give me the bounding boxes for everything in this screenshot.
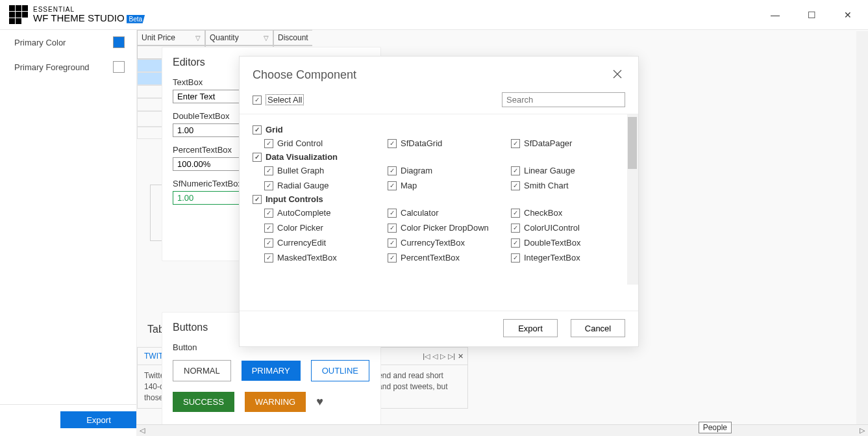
primary-color-swatch[interactable] — [113, 36, 125, 48]
primary-color-label: Primary Color — [14, 38, 66, 47]
component-item[interactable]: Radial Gauge — [264, 181, 388, 190]
select-all-label[interactable]: Select All — [266, 94, 304, 105]
component-item[interactable]: Color Picker DropDown — [388, 223, 511, 233]
component-item[interactable]: Color Picker — [264, 223, 388, 233]
primary-fg-label: Primary Foreground — [14, 62, 90, 72]
outline-button[interactable]: OUTLINE — [311, 360, 369, 381]
item-checkbox[interactable] — [511, 209, 520, 218]
modal-close-button[interactable] — [612, 69, 625, 82]
component-item[interactable]: SfDataGrid — [388, 138, 511, 148]
close-button[interactable]: ✕ — [837, 5, 859, 25]
category-checkbox[interactable] — [253, 153, 262, 162]
item-checkbox[interactable] — [264, 224, 273, 233]
heart-icon[interactable]: ♥ — [316, 395, 323, 409]
primary-button[interactable]: PRIMARY — [242, 361, 301, 381]
item-checkbox[interactable] — [511, 166, 520, 175]
component-item[interactable]: Grid Control — [264, 138, 388, 148]
tab-nav-icon[interactable]: ✕ — [458, 352, 464, 361]
component-item[interactable]: CurrencyEdit — [264, 238, 388, 248]
scroll-left-icon[interactable]: ◁ — [136, 426, 148, 435]
filter-icon[interactable]: ▽ — [264, 34, 269, 42]
normal-button[interactable]: NORMAL — [173, 360, 231, 381]
component-item[interactable]: Diagram — [388, 166, 511, 175]
primary-foreground-row[interactable]: Primary Foreground — [0, 55, 136, 79]
item-checkbox[interactable] — [264, 209, 273, 218]
tab-nav-icon[interactable]: |◁ — [423, 352, 430, 361]
warning-button[interactable]: WARNING — [245, 392, 306, 412]
horizontal-scrollbar[interactable]: ◁ ▷ — [136, 424, 868, 436]
minimize-button[interactable]: — — [764, 5, 786, 25]
component-item[interactable]: ColorUIControl — [511, 223, 634, 233]
people-tab[interactable]: People — [699, 422, 732, 433]
component-item[interactable]: Bullet Graph — [264, 166, 388, 175]
component-item[interactable]: PercentTextBox — [388, 253, 511, 263]
logo-icon — [9, 5, 28, 24]
tab-nav-icon[interactable]: ▷| — [448, 352, 455, 361]
category-header[interactable]: Input Controls — [253, 194, 625, 204]
component-item[interactable]: DoubleTextBox — [511, 238, 634, 248]
item-checkbox[interactable] — [388, 209, 397, 218]
item-checkbox[interactable] — [388, 181, 397, 190]
maximize-button[interactable]: ☐ — [800, 5, 823, 25]
item-checkbox[interactable] — [511, 139, 520, 148]
select-all-checkbox[interactable] — [253, 96, 262, 105]
success-button[interactable]: SUCCESS — [173, 392, 234, 412]
choose-component-modal: Choose Component Select All GridGrid Con… — [239, 56, 639, 347]
col-unit-price[interactable]: Unit Price▽ — [137, 30, 205, 45]
beta-badge: Beta — [127, 15, 145, 23]
tab-nav-icon[interactable]: ▷ — [440, 352, 445, 361]
item-checkbox[interactable] — [264, 253, 273, 263]
category-checkbox[interactable] — [253, 125, 262, 135]
component-item[interactable]: Smith Chart — [511, 181, 634, 190]
item-checkbox[interactable] — [388, 224, 397, 233]
sidebar-separator — [0, 404, 136, 405]
scroll-right-icon[interactable]: ▷ — [856, 426, 868, 435]
item-checkbox[interactable] — [388, 139, 397, 148]
component-item[interactable]: AutoComplete — [264, 208, 388, 218]
title-bar: ESSENTIAL WF THEME STUDIOBeta — ☐ ✕ — [0, 0, 868, 30]
primary-fg-swatch[interactable] — [113, 61, 125, 73]
item-checkbox[interactable] — [511, 238, 520, 248]
item-checkbox[interactable] — [264, 238, 273, 248]
item-checkbox[interactable] — [388, 253, 397, 263]
primary-color-row[interactable]: Primary Color — [0, 30, 136, 55]
component-item[interactable]: SfDataPager — [511, 138, 634, 148]
category-checkbox[interactable] — [253, 195, 262, 204]
modal-title: Choose Component — [253, 68, 356, 82]
item-checkbox[interactable] — [388, 238, 397, 248]
item-checkbox[interactable] — [264, 166, 273, 175]
category-header[interactable]: Data Visualization — [253, 152, 625, 162]
sidebar-export-button[interactable]: Export — [60, 411, 137, 428]
item-checkbox[interactable] — [264, 139, 273, 148]
item-checkbox[interactable] — [511, 253, 520, 263]
modal-export-button[interactable]: Export — [503, 319, 558, 337]
col-discount[interactable]: Discount — [273, 30, 312, 45]
sidebar: Primary Color Primary Foreground Export — [0, 30, 136, 436]
item-checkbox[interactable] — [264, 181, 273, 190]
component-item[interactable]: Calculator — [388, 208, 511, 218]
item-checkbox[interactable] — [511, 224, 520, 233]
modal-body: GridGrid ControlSfDataGridSfDataPagerDat… — [240, 114, 638, 311]
vertical-scrollbar[interactable] — [856, 31, 868, 424]
search-input[interactable] — [502, 92, 625, 107]
scrollbar-thumb[interactable] — [628, 117, 637, 169]
app-title: ESSENTIAL WF THEME STUDIOBeta — [33, 6, 145, 24]
tab-nav-icon[interactable]: ◁ — [432, 352, 438, 361]
scrollbar-track[interactable] — [627, 114, 638, 285]
item-checkbox[interactable] — [511, 181, 520, 190]
title-main: WF THEME STUDIO — [33, 12, 125, 23]
col-quantity[interactable]: Quantity▽ — [205, 30, 273, 45]
modal-cancel-button[interactable]: Cancel — [571, 319, 625, 337]
component-item[interactable]: CheckBox — [511, 208, 634, 218]
filter-icon[interactable]: ▽ — [195, 34, 201, 42]
category-header[interactable]: Grid — [253, 125, 625, 135]
component-item[interactable]: MaskedTextBox — [264, 253, 388, 263]
component-item[interactable]: CurrencyTextBox — [388, 238, 511, 248]
component-item[interactable]: IntegerTextBox — [511, 253, 634, 263]
component-item[interactable]: Map — [388, 181, 511, 190]
component-item[interactable]: Linear Gauge — [511, 166, 634, 175]
item-checkbox[interactable] — [388, 166, 397, 175]
